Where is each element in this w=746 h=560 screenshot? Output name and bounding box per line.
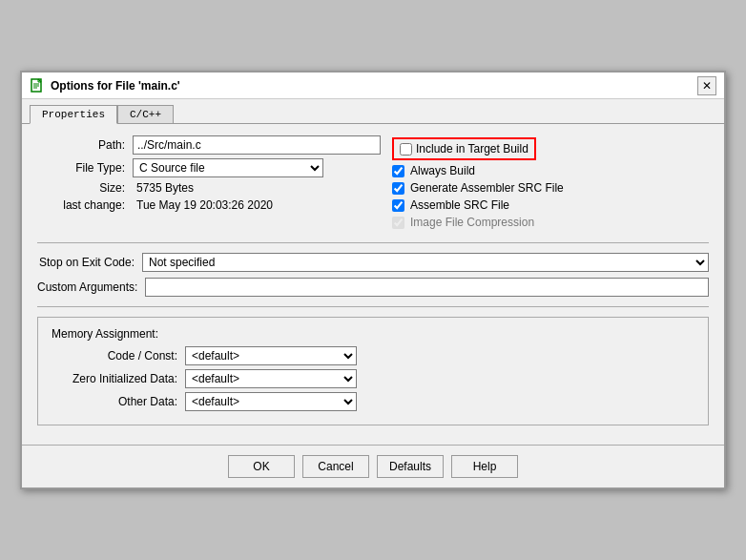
title-bar-left: Options for File 'main.c' — [30, 78, 180, 93]
image-compression-label: Image File Compression — [410, 216, 534, 229]
zero-data-label: Zero Initialized Data: — [52, 372, 185, 385]
custom-args-label: Custom Arguments: — [37, 280, 145, 294]
path-input[interactable] — [133, 135, 381, 155]
always-build-checkbox[interactable] — [392, 165, 404, 177]
path-value — [133, 135, 381, 155]
right-column: Include in Target Build Always Build Gen… — [392, 135, 709, 233]
path-row: Path: — [37, 135, 381, 155]
help-button[interactable]: Help — [451, 455, 518, 478]
include-target-box: Include in Target Build — [392, 137, 536, 160]
always-build-label[interactable]: Always Build — [410, 164, 475, 177]
last-change-row: last change: Tue May 19 20:03:26 2020 — [37, 198, 381, 212]
include-target-label[interactable]: Include in Target Build — [416, 142, 528, 156]
path-label: Path: — [37, 138, 133, 152]
title-bar: Options for File 'main.c' ✕ — [22, 73, 724, 99]
zero-data-select[interactable]: <default> — [185, 369, 357, 388]
file-icon — [30, 78, 45, 93]
close-button[interactable]: ✕ — [697, 76, 716, 95]
file-type-select[interactable]: C Source file — [133, 158, 323, 177]
memory-section: Memory Assignment: Code / Const: <defaul… — [37, 317, 709, 425]
size-value: 5735 Bytes — [133, 181, 381, 195]
divider-1 — [37, 242, 709, 243]
code-const-row: Code / Const: <default> — [52, 346, 694, 365]
generate-assembler-checkbox[interactable] — [392, 182, 404, 195]
assemble-src-checkbox[interactable] — [392, 199, 404, 212]
include-target-checkbox[interactable] — [400, 143, 412, 156]
other-data-select[interactable]: <default> — [185, 392, 357, 411]
code-const-select[interactable]: <default> — [185, 346, 357, 365]
code-const-label: Code / Const: — [52, 349, 185, 363]
dialog-title: Options for File 'main.c' — [51, 79, 180, 93]
stop-exit-row: Stop on Exit Code: Not specified — [37, 253, 709, 272]
generate-assembler-label[interactable]: Generate Assembler SRC File — [410, 181, 564, 195]
size-label: Size: — [37, 181, 133, 195]
always-build-row: Always Build — [392, 164, 709, 177]
custom-args-input[interactable] — [145, 278, 709, 297]
file-type-label: File Type: — [37, 161, 133, 175]
stop-select[interactable]: Not specified — [142, 253, 709, 272]
last-change-text: Tue May 19 20:03:26 2020 — [133, 197, 277, 213]
other-data-label: Other Data: — [52, 395, 185, 408]
assemble-src-row: Assemble SRC File — [392, 198, 709, 212]
image-compression-row: Image File Compression — [392, 216, 709, 229]
image-compression-checkbox — [392, 217, 404, 229]
file-type-value: C Source file — [133, 158, 381, 177]
zero-data-row: Zero Initialized Data: <default> — [52, 369, 694, 388]
stop-label: Stop on Exit Code: — [37, 256, 142, 269]
tab-cpp[interactable]: C/C++ — [117, 105, 174, 123]
content-area: Path: File Type: C Source file — [22, 124, 724, 445]
size-row: Size: 5735 Bytes — [37, 181, 381, 195]
memory-title: Memory Assignment: — [52, 327, 694, 341]
divider-2 — [37, 306, 709, 307]
ok-button[interactable]: OK — [228, 455, 295, 478]
size-text: 5735 Bytes — [133, 180, 197, 196]
generate-assembler-row: Generate Assembler SRC File — [392, 181, 709, 195]
left-column: Path: File Type: C Source file — [37, 135, 381, 233]
button-bar: OK Cancel Defaults Help — [22, 445, 724, 487]
assemble-src-label[interactable]: Assemble SRC File — [410, 198, 509, 212]
tab-bar: Properties C/C++ — [22, 99, 724, 124]
last-change-label: last change: — [37, 198, 133, 212]
other-data-row: Other Data: <default> — [52, 392, 694, 411]
last-change-value: Tue May 19 20:03:26 2020 — [133, 198, 381, 212]
tab-properties[interactable]: Properties — [30, 105, 117, 124]
main-columns: Path: File Type: C Source file — [37, 135, 709, 233]
custom-args-row: Custom Arguments: — [37, 278, 709, 297]
options-dialog: Options for File 'main.c' ✕ Properties C… — [20, 71, 726, 489]
cancel-button[interactable]: Cancel — [302, 455, 369, 478]
defaults-button[interactable]: Defaults — [377, 455, 444, 478]
file-type-row: File Type: C Source file — [37, 158, 381, 177]
